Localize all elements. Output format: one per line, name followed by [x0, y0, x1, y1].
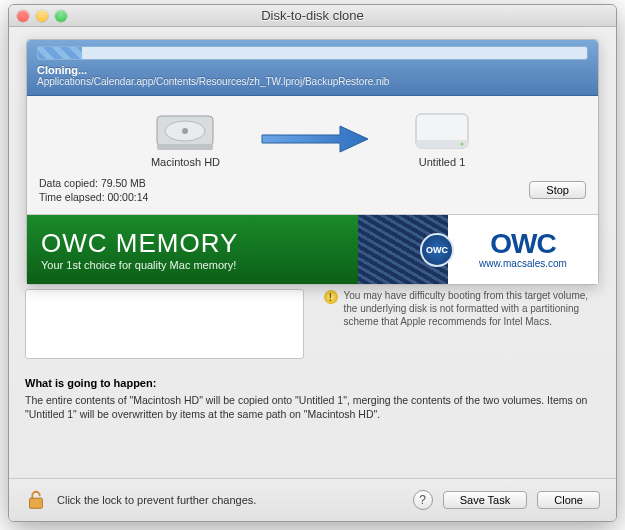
data-copied-label: Data copied:: [39, 177, 98, 189]
source-label: Macintosh HD: [151, 156, 220, 168]
hdd-icon: [410, 110, 474, 154]
summary-section: What is going to happen: The entire cont…: [25, 377, 600, 421]
summary-body: The entire contents of "Macintosh HD" wi…: [25, 393, 600, 421]
hdd-icon: [153, 110, 217, 154]
target-label: Untitled 1: [410, 156, 474, 168]
data-copied-value: 79.50 MB: [101, 177, 146, 189]
warning-text: You may have difficulty booting from thi…: [344, 289, 601, 328]
ad-right: OWC www.macsales.com: [448, 215, 598, 284]
progress-meta-row: Data copied: 79.50 MB Time elapsed: 00:0…: [39, 176, 586, 204]
progress-path: Applications/Calendar.app/Contents/Resou…: [37, 76, 588, 87]
progress-status: Cloning...: [37, 64, 588, 76]
source-drive: Macintosh HD: [151, 110, 220, 168]
save-task-button[interactable]: Save Task: [443, 491, 528, 509]
progress-sheet: Cloning... Applications/Calendar.app/Con…: [26, 39, 599, 285]
ad-title: OWC MEMORY: [41, 228, 358, 259]
left-listbox[interactable]: [25, 289, 304, 359]
stop-button[interactable]: Stop: [529, 181, 586, 199]
titlebar[interactable]: Disk-to-disk clone: [9, 5, 616, 27]
svg-rect-6: [416, 140, 468, 148]
lock-icon[interactable]: [25, 489, 47, 511]
drive-graphic: Macintosh HD Untitled 1: [39, 110, 586, 168]
time-elapsed-label: Time elapsed:: [39, 191, 105, 203]
arrow-icon: [260, 124, 370, 154]
ad-url: www.macsales.com: [479, 258, 567, 269]
ad-banner[interactable]: OWC MEMORY Your 1st choice for quality M…: [27, 214, 598, 284]
window-title: Disk-to-disk clone: [9, 8, 616, 23]
help-button[interactable]: ?: [413, 490, 433, 510]
ad-seal: OWC: [420, 233, 454, 267]
lock-text: Click the lock to prevent further change…: [57, 494, 403, 506]
svg-rect-4: [157, 144, 213, 150]
svg-point-7: [460, 142, 463, 145]
svg-point-3: [182, 128, 188, 134]
app-window: Disk-to-disk clone ! You may have diffic…: [8, 4, 617, 522]
warning-message: ! You may have difficulty booting from t…: [324, 289, 601, 328]
progress-bar: [37, 46, 588, 60]
ad-image: OWC: [358, 215, 448, 284]
progress-header: Cloning... Applications/Calendar.app/Con…: [27, 40, 598, 96]
ad-subtitle: Your 1st choice for quality Mac memory!: [41, 259, 358, 271]
footer: Click the lock to prevent further change…: [9, 478, 616, 521]
target-drive: Untitled 1: [410, 110, 474, 168]
time-elapsed-value: 00:00:14: [107, 191, 148, 203]
svg-rect-0: [30, 498, 43, 508]
clone-button[interactable]: Clone: [537, 491, 600, 509]
warning-icon: !: [324, 290, 338, 304]
ad-logo: OWC: [490, 230, 555, 258]
progress-body: Macintosh HD Untitled 1 Data copied: 79.…: [27, 96, 598, 214]
ad-left: OWC MEMORY Your 1st choice for quality M…: [27, 215, 358, 284]
summary-heading: What is going to happen:: [25, 377, 600, 389]
lower-columns: ! You may have difficulty booting from t…: [25, 289, 600, 359]
